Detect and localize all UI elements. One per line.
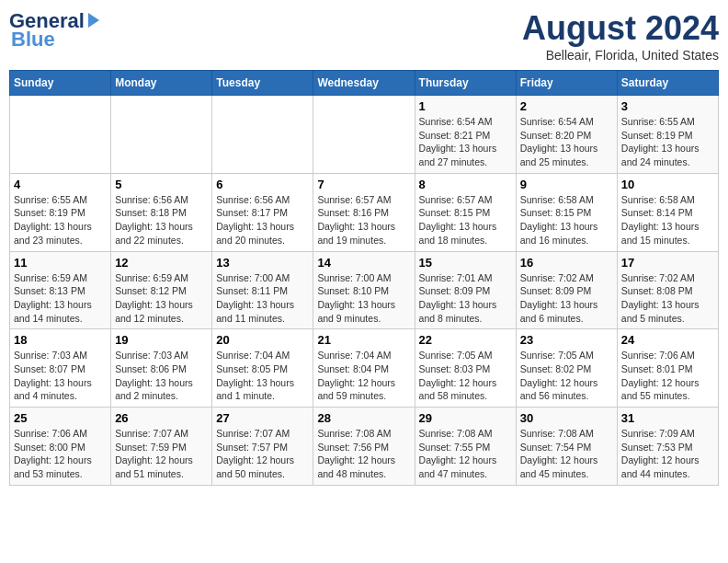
day-number: 22 [419,333,512,347]
calendar-cell: 28Sunrise: 7:08 AM Sunset: 7:56 PM Dayli… [313,408,415,486]
calendar-cell: 14Sunrise: 7:00 AM Sunset: 8:10 PM Dayli… [313,251,415,329]
day-number: 2 [520,99,613,113]
calendar-header-row: Sunday Monday Tuesday Wednesday Thursday… [10,71,719,96]
calendar-week-row: 1Sunrise: 6:54 AM Sunset: 8:21 PM Daylig… [10,96,719,174]
day-number: 4 [14,178,107,191]
calendar-cell: 15Sunrise: 7:01 AM Sunset: 8:09 PM Dayli… [415,251,516,329]
day-detail: Sunrise: 7:01 AM Sunset: 8:09 PM Dayligh… [419,271,512,326]
day-detail: Sunrise: 6:55 AM Sunset: 8:19 PM Dayligh… [621,115,714,169]
day-detail: Sunrise: 6:59 AM Sunset: 8:12 PM Dayligh… [115,271,208,326]
day-detail: Sunrise: 6:55 AM Sunset: 8:19 PM Dayligh… [14,193,107,247]
calendar-cell: 3Sunrise: 6:55 AM Sunset: 8:19 PM Daylig… [617,96,718,174]
logo-arrow-icon [88,13,99,28]
month-year-title: August 2024 [522,9,719,48]
day-detail: Sunrise: 7:06 AM Sunset: 8:00 PM Dayligh… [14,427,107,481]
day-detail: Sunrise: 7:00 AM Sunset: 8:11 PM Dayligh… [216,271,309,326]
calendar-cell: 30Sunrise: 7:08 AM Sunset: 7:54 PM Dayli… [516,408,617,486]
day-detail: Sunrise: 7:07 AM Sunset: 7:57 PM Dayligh… [216,427,309,481]
day-number: 29 [419,411,512,425]
day-number: 19 [115,333,208,347]
calendar-cell: 20Sunrise: 7:04 AM Sunset: 8:05 PM Dayli… [212,329,313,408]
day-number: 20 [216,333,309,347]
calendar-cell: 21Sunrise: 7:04 AM Sunset: 8:04 PM Dayli… [313,329,415,408]
calendar-cell: 6Sunrise: 6:56 AM Sunset: 8:17 PM Daylig… [212,173,313,251]
day-detail: Sunrise: 7:07 AM Sunset: 7:59 PM Dayligh… [115,427,208,481]
calendar-cell: 19Sunrise: 7:03 AM Sunset: 8:06 PM Dayli… [111,329,212,408]
col-saturday: Saturday [617,71,718,96]
day-number: 10 [621,178,714,191]
day-number: 6 [216,178,309,191]
calendar-cell: 25Sunrise: 7:06 AM Sunset: 8:00 PM Dayli… [10,408,111,486]
day-detail: Sunrise: 7:05 AM Sunset: 8:03 PM Dayligh… [419,349,512,403]
col-sunday: Sunday [10,71,111,96]
day-detail: Sunrise: 7:03 AM Sunset: 8:07 PM Dayligh… [14,349,107,403]
calendar-cell [313,96,415,174]
logo: General Blue [9,9,99,52]
location-subtitle: Belleair, Florida, United States [522,48,719,63]
calendar-cell: 12Sunrise: 6:59 AM Sunset: 8:12 PM Dayli… [111,251,212,329]
title-block: August 2024 Belleair, Florida, United St… [522,9,719,63]
col-monday: Monday [111,71,212,96]
day-detail: Sunrise: 6:58 AM Sunset: 8:15 PM Dayligh… [520,193,613,247]
day-detail: Sunrise: 7:08 AM Sunset: 7:55 PM Dayligh… [419,427,512,481]
calendar-cell: 2Sunrise: 6:54 AM Sunset: 8:20 PM Daylig… [516,96,617,174]
day-number: 24 [621,333,714,347]
day-detail: Sunrise: 7:02 AM Sunset: 8:08 PM Dayligh… [621,271,714,326]
calendar-cell: 1Sunrise: 6:54 AM Sunset: 8:21 PM Daylig… [415,96,516,174]
day-detail: Sunrise: 6:57 AM Sunset: 8:15 PM Dayligh… [419,193,512,247]
day-number: 14 [317,256,410,270]
calendar-cell: 24Sunrise: 7:06 AM Sunset: 8:01 PM Dayli… [617,329,718,408]
day-number: 8 [419,178,512,191]
day-detail: Sunrise: 7:09 AM Sunset: 7:53 PM Dayligh… [621,427,714,481]
calendar-cell: 13Sunrise: 7:00 AM Sunset: 8:11 PM Dayli… [212,251,313,329]
day-detail: Sunrise: 7:08 AM Sunset: 7:54 PM Dayligh… [520,427,613,481]
day-number: 23 [520,333,613,347]
day-detail: Sunrise: 6:56 AM Sunset: 8:17 PM Dayligh… [216,193,309,247]
day-detail: Sunrise: 7:04 AM Sunset: 8:04 PM Dayligh… [317,349,410,403]
logo-blue: Blue [11,28,55,52]
day-number: 31 [621,411,714,425]
calendar-cell: 22Sunrise: 7:05 AM Sunset: 8:03 PM Dayli… [415,329,516,408]
calendar-cell [212,96,313,174]
day-detail: Sunrise: 7:06 AM Sunset: 8:01 PM Dayligh… [621,349,714,403]
calendar-week-row: 4Sunrise: 6:55 AM Sunset: 8:19 PM Daylig… [10,173,719,251]
col-friday: Friday [516,71,617,96]
day-number: 18 [14,333,107,347]
calendar-cell: 31Sunrise: 7:09 AM Sunset: 7:53 PM Dayli… [617,408,718,486]
day-detail: Sunrise: 6:59 AM Sunset: 8:13 PM Dayligh… [14,271,107,326]
calendar-cell: 18Sunrise: 7:03 AM Sunset: 8:07 PM Dayli… [10,329,111,408]
day-detail: Sunrise: 6:54 AM Sunset: 8:21 PM Dayligh… [419,115,512,169]
day-number: 15 [419,256,512,270]
col-thursday: Thursday [415,71,516,96]
day-detail: Sunrise: 6:58 AM Sunset: 8:14 PM Dayligh… [621,193,714,247]
day-number: 30 [520,411,613,425]
day-number: 7 [317,178,410,191]
day-number: 16 [520,256,613,270]
calendar-cell: 23Sunrise: 7:05 AM Sunset: 8:02 PM Dayli… [516,329,617,408]
day-detail: Sunrise: 6:57 AM Sunset: 8:16 PM Dayligh… [317,193,410,247]
calendar-cell: 7Sunrise: 6:57 AM Sunset: 8:16 PM Daylig… [313,173,415,251]
day-number: 26 [115,411,208,425]
day-number: 3 [621,99,714,113]
calendar-cell: 16Sunrise: 7:02 AM Sunset: 8:09 PM Dayli… [516,251,617,329]
day-detail: Sunrise: 7:08 AM Sunset: 7:56 PM Dayligh… [317,427,410,481]
calendar-cell [111,96,212,174]
calendar-cell [10,96,111,174]
calendar-cell: 17Sunrise: 7:02 AM Sunset: 8:08 PM Dayli… [617,251,718,329]
calendar-week-row: 18Sunrise: 7:03 AM Sunset: 8:07 PM Dayli… [10,329,719,408]
day-detail: Sunrise: 7:02 AM Sunset: 8:09 PM Dayligh… [520,271,613,326]
day-detail: Sunrise: 7:00 AM Sunset: 8:10 PM Dayligh… [317,271,410,326]
day-detail: Sunrise: 7:05 AM Sunset: 8:02 PM Dayligh… [520,349,613,403]
day-number: 25 [14,411,107,425]
day-number: 17 [621,256,714,270]
day-number: 13 [216,256,309,270]
calendar-cell: 5Sunrise: 6:56 AM Sunset: 8:18 PM Daylig… [111,173,212,251]
calendar-cell: 8Sunrise: 6:57 AM Sunset: 8:15 PM Daylig… [415,173,516,251]
day-number: 12 [115,256,208,270]
calendar-cell: 27Sunrise: 7:07 AM Sunset: 7:57 PM Dayli… [212,408,313,486]
day-detail: Sunrise: 7:03 AM Sunset: 8:06 PM Dayligh… [115,349,208,403]
col-wednesday: Wednesday [313,71,415,96]
calendar-week-row: 25Sunrise: 7:06 AM Sunset: 8:00 PM Dayli… [10,408,719,486]
day-number: 1 [419,99,512,113]
calendar-cell: 4Sunrise: 6:55 AM Sunset: 8:19 PM Daylig… [10,173,111,251]
